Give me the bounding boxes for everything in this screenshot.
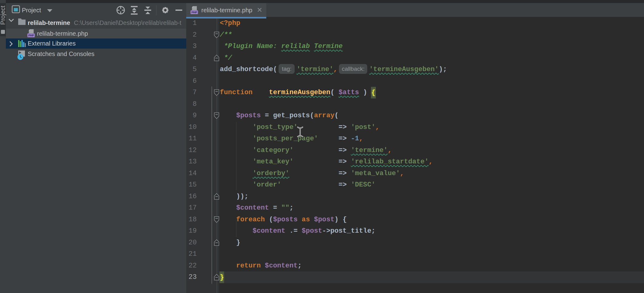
svg-text:PHP: PHP xyxy=(191,11,197,14)
svg-text:PHP: PHP xyxy=(28,34,34,37)
